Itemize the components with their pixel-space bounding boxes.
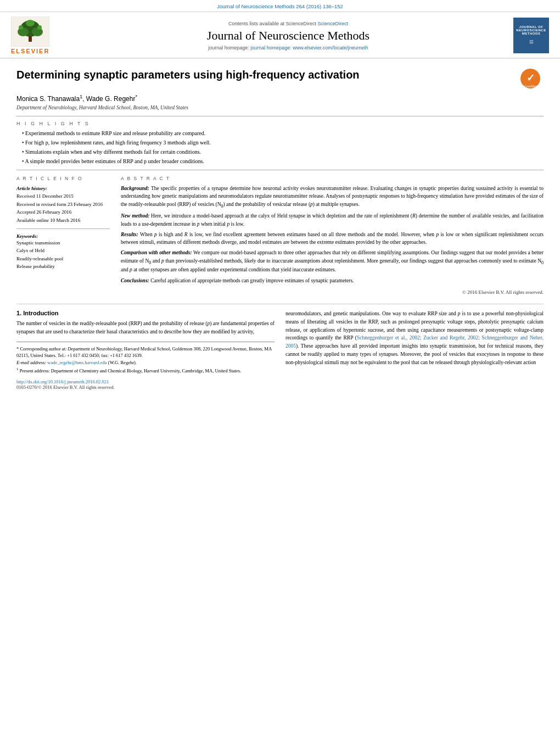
keyword-2: Calyx of Held [16,247,110,254]
divider-2 [16,170,544,170]
footnote-email: E-mail address: wade_regehr@hms.harvard.… [16,359,275,366]
elsevier-logo: ELSEVIER [11,16,71,54]
keywords-section: Keywords: Synaptic transmission Calyx of… [16,233,110,271]
article-info-label: A R T I C L E I N F O [16,176,110,181]
footnote-corresponding: * Corresponding author at: Department of… [16,345,275,360]
keyword-1: Synaptic transmission [16,239,110,247]
logo-line3: METHODS [522,32,541,35]
received-date: Received 11 December 2015 [16,192,110,200]
elsevier-tree-icon [11,16,49,47]
journal-title: Journal of Neuroscience Methods [71,29,505,43]
journal-logo-box: JOURNAL OF NEUROSCIENCE METHODS ≡ [513,18,549,53]
info-abstract-section: A R T I C L E I N F O Article history: R… [16,176,544,296]
history-label: Article history: [16,186,47,191]
svg-point-6 [19,25,23,30]
affiliation: Department of Neurobiology, Harvard Medi… [16,105,544,110]
logo-decoration: ≡ [529,37,533,46]
crossmark-icon[interactable]: ✓ CrossMark [519,68,544,91]
journal-reference-bar: Journal of Neuroscience Methods 264 (201… [0,0,560,12]
copyright: © 2016 Elsevier B.V. All rights reserved… [121,289,544,297]
authors: Monica S. Thanawala1, Wade G. Regehr* [16,94,544,103]
svg-point-7 [37,25,42,30]
footnote-present-address: 1 Present address: Department of Chemist… [16,366,275,375]
keywords-label: Keywords: [16,233,110,239]
abstract-text: Background: The specific properties of a… [121,185,544,296]
email-link[interactable]: wade_regehr@hms.harvard.edu [47,360,107,365]
homepage-line: journal homepage: journal homepage: www.… [71,45,505,51]
article-history: Article history: Received 11 December 20… [16,185,110,224]
svg-point-5 [26,20,35,26]
intro-col-left: 1. Introduction The number of vesicles i… [16,310,275,389]
abstract-col: A B S T R A C T Background: The specific… [121,176,544,296]
keyword-4: Release probability [16,263,110,270]
intro-text-right: neuromodulators, and genetic manipulatio… [285,310,544,366]
intro-heading: 1. Introduction [16,310,275,316]
highlight-item: A simple model provides better estimates… [22,158,544,165]
ref-link-1[interactable]: Schneggenburger et al., 2002; Zucker and… [285,335,544,349]
journal-ref-link[interactable]: Journal of Neuroscience Methods 264 (201… [217,3,343,9]
abstract-new-method: New method: Here, we introduce a model-b… [121,212,544,228]
accepted-date: Accepted 26 February 2016 [16,208,110,216]
elsevier-brand: ELSEVIER [11,48,49,54]
intro-two-col: 1. Introduction The number of vesicles i… [16,310,544,389]
received-revised-date: Received in revised form 23 February 201… [16,200,110,208]
highlight-item: Simulations explain when and why differe… [22,148,544,156]
header-center: Contents lists available at ScienceDirec… [71,21,505,51]
svg-text:✓: ✓ [527,72,535,83]
abstract-results: Results: When p is high and R is low, we… [121,231,544,247]
highlights-list: Experimental methods to estimate RRP siz… [16,130,544,165]
abstract-label: A B S T R A C T [121,176,544,181]
main-content: Determining synaptic parameters using hi… [0,59,560,395]
available-online-date: Available online 10 March 2016 [16,216,110,224]
divider-keywords [16,228,110,229]
issn-line: 0165-0270/© 2016 Elsevier B.V. All right… [16,384,275,390]
article-title: Determining synaptic parameters using hi… [16,68,514,82]
divider-1 [16,116,544,116]
doi-line: http://dx.doi.org/10.1016/j.jneumeth.201… [16,379,275,384]
intro-text-left: The number of vesicles in the readily-re… [16,320,275,336]
keyword-3: Readily-releasable pool [16,255,110,263]
highlight-item: Experimental methods to estimate RRP siz… [22,130,544,137]
contents-available-line: Contents lists available at ScienceDirec… [71,21,505,26]
highlights-label: H I G H L I G H T S [16,121,544,126]
journal-header: ELSEVIER Contents lists available at Sci… [0,12,560,59]
svg-text:CrossMark: CrossMark [522,85,539,88]
journal-logo-right: JOURNAL OF NEUROSCIENCE METHODS ≡ [505,18,549,53]
introduction-section: 1. Introduction The number of vesicles i… [16,304,544,389]
abstract-comparison: Comparison with other methods: We compar… [121,249,544,274]
abstract-conclusions: Conclusions: Careful application of appr… [121,277,544,284]
article-info-col: A R T I C L E I N F O Article history: R… [16,176,110,296]
footnotes: * Corresponding author at: Department of… [16,342,275,375]
sciencedirect-link[interactable]: ScienceDirect [318,21,349,26]
journal-homepage-link[interactable]: journal homepage: www.elsevier.com/locat… [250,45,368,51]
keywords-list: Synaptic transmission Calyx of Held Read… [16,239,110,271]
svg-rect-4 [29,36,32,42]
intro-col-right: neuromodulators, and genetic manipulatio… [285,310,544,389]
highlights-section: H I G H L I G H T S Experimental methods… [16,121,544,165]
doi-link[interactable]: http://dx.doi.org/10.1016/j.jneumeth.201… [16,379,109,384]
abstract-background: Background: The specific properties of a… [121,185,544,209]
highlight-item: For high p, low replenishment rates, and… [22,139,544,147]
